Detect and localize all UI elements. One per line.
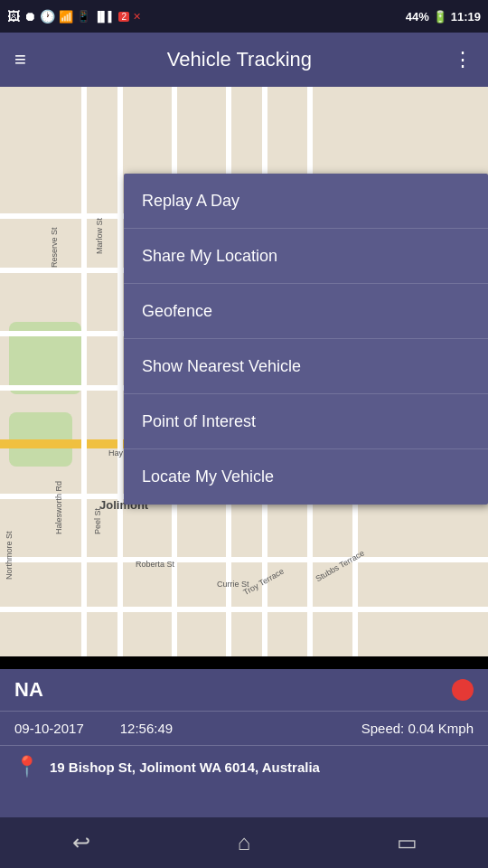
reserve-st-label: Reserve St bbox=[50, 227, 59, 268]
signal-icon: ▐▌▌ bbox=[94, 11, 115, 22]
info-top-row: NA bbox=[0, 669, 488, 712]
location-pin-icon: 📍 bbox=[14, 755, 39, 778]
stubbs-terrace-label: Stubbs Terrace bbox=[314, 548, 366, 583]
menu-item-replay-a-day[interactable]: Replay A Day bbox=[124, 174, 488, 229]
back-button[interactable]: ↩ bbox=[54, 817, 108, 868]
gallery-icon: 🖼 bbox=[7, 9, 20, 24]
hamburger-icon[interactable]: ≡ bbox=[14, 48, 26, 71]
address-display: 19 Bishop St, Jolimont WA 6014, Australi… bbox=[50, 760, 320, 775]
x-icon: ✕ bbox=[133, 11, 141, 23]
halesworth-label: Halesworth Rd bbox=[54, 481, 63, 534]
peel-st-label: Peel St bbox=[93, 508, 102, 534]
northmore-label: Northmore St bbox=[5, 531, 14, 580]
marlow-st-label: Marlow St bbox=[95, 218, 104, 254]
home-button[interactable]: ⌂ bbox=[217, 817, 271, 868]
date-display: 09-10-2017 bbox=[14, 721, 84, 736]
info-address-row: 📍 19 Bishop St, Jolimont WA 6014, Austra… bbox=[0, 746, 488, 788]
more-icon[interactable]: ⋮ bbox=[453, 48, 474, 71]
road-v-1 bbox=[81, 87, 87, 656]
roberta-st-label: Roberta St bbox=[136, 560, 174, 569]
status-bar: 🖼 ⏺ 🕐 📶 📱 ▐▌▌ 2 ✕ 44% 🔋 11:19 bbox=[0, 0, 488, 33]
status-left-icons: 🖼 ⏺ 🕐 📶 📱 ▐▌▌ 2 ✕ bbox=[7, 9, 141, 24]
battery-icon: 🔋 bbox=[433, 10, 447, 24]
nav-bar: ≡ Vehicle Tracking ⋮ bbox=[0, 33, 488, 87]
status-right-info: 44% 🔋 11:19 bbox=[406, 10, 481, 24]
page-title: Vehicle Tracking bbox=[167, 48, 312, 71]
bottom-navigation: ↩ ⌂ ▭ bbox=[0, 817, 488, 868]
sim-icon: 📱 bbox=[77, 10, 90, 23]
menu-item-share-my-location[interactable]: Share My Location bbox=[124, 229, 488, 284]
time-display: 11:19 bbox=[451, 10, 481, 24]
info-middle-row: 09-10-2017 12:56:49 Speed: 0.04 Kmph bbox=[0, 712, 488, 746]
recents-button[interactable]: ▭ bbox=[380, 817, 434, 868]
clock-icon: 🕐 bbox=[40, 9, 55, 24]
wifi-icon: 📶 bbox=[59, 10, 73, 24]
road-h-7 bbox=[0, 607, 488, 612]
status-indicator bbox=[452, 679, 474, 701]
dropdown-menu: Replay A Day Share My Location Geofence … bbox=[124, 174, 488, 505]
road-v-2 bbox=[117, 87, 123, 656]
record-icon: ⏺ bbox=[23, 9, 36, 24]
menu-item-locate-my-vehicle[interactable]: Locate My Vehicle bbox=[124, 449, 488, 505]
vehicle-id: NA bbox=[14, 678, 43, 702]
speed-display: Speed: 0.04 Kmph bbox=[361, 721, 474, 736]
map-area: Reserve St Marlow St Halesworth Rd Peel … bbox=[0, 87, 488, 656]
time-display-panel: 12:56:49 bbox=[120, 721, 173, 736]
menu-item-geofence[interactable]: Geofence bbox=[124, 284, 488, 339]
road-h-6 bbox=[0, 557, 488, 562]
menu-item-point-of-interest[interactable]: Point of Interest bbox=[124, 394, 488, 449]
notification-badge: 2 bbox=[118, 12, 129, 22]
menu-item-show-nearest-vehicle[interactable]: Show Nearest Vehicle bbox=[124, 339, 488, 394]
info-panel: NA 09-10-2017 12:56:49 Speed: 0.04 Kmph … bbox=[0, 669, 488, 817]
battery-percent: 44% bbox=[406, 10, 429, 24]
